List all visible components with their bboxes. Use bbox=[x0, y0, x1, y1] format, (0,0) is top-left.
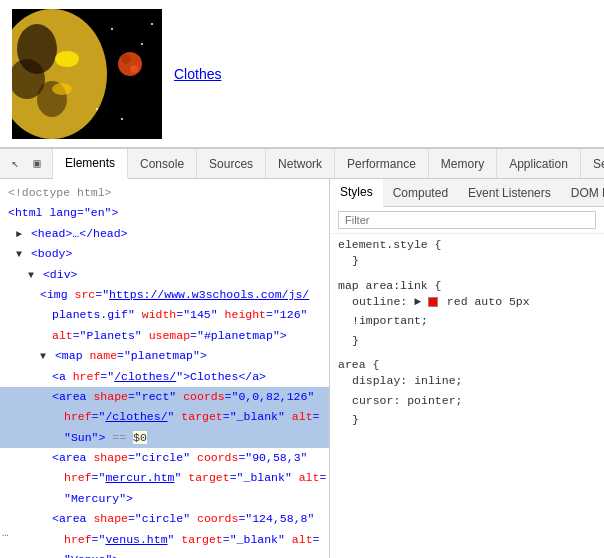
box-icon[interactable]: ▣ bbox=[28, 155, 46, 173]
a-tag: <a href="/clothes/">Clothes</a> bbox=[52, 370, 266, 383]
area-rect-alt: "Sun"> == $0 bbox=[64, 431, 147, 444]
div-tag: <div> bbox=[43, 268, 78, 281]
css-property-display: display: inline; bbox=[338, 371, 596, 391]
triangle-icon: ▼ bbox=[16, 249, 22, 260]
area-circle1-attrs: href="mercur.htm" target="_blank" alt= bbox=[64, 471, 326, 484]
html-line: ▼ <div> bbox=[0, 265, 329, 285]
css-closing: } bbox=[338, 331, 596, 351]
html-line: <area shape="circle" coords="124,58,8" bbox=[0, 509, 329, 529]
devtools-content: <!doctype html> <html lang="en"> ► <head… bbox=[0, 179, 604, 558]
area-circle1-alt: "Mercury"> bbox=[64, 492, 133, 505]
svg-point-8 bbox=[121, 54, 131, 64]
css-rule-map-area-link: map area:link { outline: ► red auto 5px … bbox=[338, 279, 596, 351]
css-selector: area { bbox=[338, 358, 596, 371]
svg-point-11 bbox=[141, 43, 143, 45]
map-tag: <map name="planetmap"> bbox=[55, 349, 207, 362]
triangle-icon: ▼ bbox=[40, 351, 46, 362]
devtools-icon-buttons: ↖ ▣ bbox=[0, 149, 53, 178]
tab-network[interactable]: Network bbox=[266, 149, 335, 178]
triangle-icon: ▼ bbox=[28, 270, 34, 281]
area-circle1-tag: <area shape="circle" coords="90,58,3" bbox=[52, 451, 307, 464]
doctype-text: <!doctype html> bbox=[8, 186, 112, 199]
area-rect-tag: <area shape="rect" coords="0,0,82,126" bbox=[52, 390, 314, 403]
clothes-link[interactable]: Clothes bbox=[174, 66, 221, 82]
css-property-outline: outline: ► red auto 5px !important; bbox=[338, 292, 596, 331]
body-tag: <body> bbox=[31, 247, 72, 260]
html-tree: <!doctype html> <html lang="en"> ► <head… bbox=[0, 179, 329, 558]
head-tag: <head>…</head> bbox=[31, 227, 128, 240]
img-attrs1: planets.gif" width="145" height="126" bbox=[52, 308, 307, 321]
html-line-selected: <area shape="rect" coords="0,0,82,126" bbox=[0, 387, 329, 407]
tab-computed[interactable]: Computed bbox=[383, 179, 458, 206]
svg-point-9 bbox=[130, 65, 138, 73]
img-attrs2: alt="Planets" usemap="#planetmap"> bbox=[52, 329, 287, 342]
css-property-cursor: cursor: pointer; bbox=[338, 391, 596, 411]
html-line: <a href="/clothes/">Clothes</a> bbox=[0, 367, 329, 387]
tab-event-listeners[interactable]: Event Listeners bbox=[458, 179, 561, 206]
html-panel[interactable]: <!doctype html> <html lang="en"> ► <head… bbox=[0, 179, 330, 558]
svg-point-13 bbox=[96, 108, 98, 110]
tab-performance[interactable]: Performance bbox=[335, 149, 429, 178]
html-line-selected: href="/clothes/" target="_blank" alt= bbox=[0, 407, 329, 427]
svg-point-6 bbox=[52, 83, 72, 95]
html-line: "Mercury"> bbox=[0, 489, 329, 509]
html-line: ▼ <body> bbox=[0, 244, 329, 264]
html-line: href="venus.htm" target="_blank" alt= bbox=[0, 530, 329, 550]
cursor-icon[interactable]: ↖ bbox=[6, 155, 24, 173]
html-line-selected: "Sun"> == $0 bbox=[0, 428, 329, 448]
html-line: <area shape="circle" coords="90,58,3" bbox=[0, 448, 329, 468]
tab-sources[interactable]: Sources bbox=[197, 149, 266, 178]
dots-menu-button[interactable]: … bbox=[2, 527, 9, 539]
svg-point-5 bbox=[55, 51, 79, 67]
img-tag: <img src="https://www.w3schools.com/js/ bbox=[40, 288, 309, 301]
tab-console[interactable]: Console bbox=[128, 149, 197, 178]
area-circle2-alt: "Venus"> bbox=[64, 553, 119, 558]
css-closing: } bbox=[338, 410, 596, 430]
html-tag: <html lang="en"> bbox=[8, 206, 118, 219]
webpage-preview: Clothes bbox=[0, 0, 604, 148]
css-rules: element.style { } map area:link { outlin… bbox=[330, 234, 604, 558]
svg-point-7 bbox=[118, 52, 142, 76]
planets-image bbox=[12, 9, 162, 139]
html-line: planets.gif" width="145" height="126" bbox=[0, 305, 329, 325]
devtools-tabs-bar: ↖ ▣ Elements Console Sources Network Per… bbox=[0, 149, 604, 179]
html-line: "Venus"> bbox=[0, 550, 329, 558]
tab-application[interactable]: Application bbox=[497, 149, 581, 178]
html-line: <!doctype html> bbox=[0, 183, 329, 203]
html-line: <img src="https://www.w3schools.com/js/ bbox=[0, 285, 329, 305]
triangle-icon: ► bbox=[16, 229, 22, 240]
area-rect-attrs: href="/clothes/" target="_blank" alt= bbox=[64, 410, 319, 423]
css-rule-element-style: element.style { } bbox=[338, 238, 596, 271]
svg-point-10 bbox=[111, 28, 113, 30]
html-line: alt="Planets" usemap="#planetmap"> bbox=[0, 326, 329, 346]
css-rule-area: area { display: inline; cursor: pointer;… bbox=[338, 358, 596, 430]
html-line: ► <head>…</head> bbox=[0, 224, 329, 244]
styles-tabs-bar: Styles Computed Event Listeners DOM B bbox=[330, 179, 604, 207]
html-line: <html lang="en"> bbox=[0, 203, 329, 223]
css-selector: element.style { bbox=[338, 238, 596, 251]
svg-point-12 bbox=[151, 23, 153, 25]
tab-se[interactable]: Se bbox=[581, 149, 604, 178]
tab-memory[interactable]: Memory bbox=[429, 149, 497, 178]
tab-styles[interactable]: Styles bbox=[330, 179, 383, 207]
html-line: ▼ <map name="planetmap"> bbox=[0, 346, 329, 366]
html-line: href="mercur.htm" target="_blank" alt= bbox=[0, 468, 329, 488]
svg-point-14 bbox=[121, 118, 123, 120]
css-closing: } bbox=[338, 251, 596, 271]
tab-elements[interactable]: Elements bbox=[53, 149, 128, 179]
filter-bar bbox=[330, 207, 604, 234]
css-selector: map area:link { bbox=[338, 279, 596, 292]
devtools-panel: ↖ ▣ Elements Console Sources Network Per… bbox=[0, 148, 604, 558]
area-circle2-tag: <area shape="circle" coords="124,58,8" bbox=[52, 512, 314, 525]
styles-panel: Styles Computed Event Listeners DOM B el… bbox=[330, 179, 604, 558]
tab-dom-b[interactable]: DOM B bbox=[561, 179, 604, 206]
color-swatch-red bbox=[428, 297, 438, 307]
area-circle2-attrs: href="venus.htm" target="_blank" alt= bbox=[64, 533, 319, 546]
filter-input[interactable] bbox=[338, 211, 596, 229]
